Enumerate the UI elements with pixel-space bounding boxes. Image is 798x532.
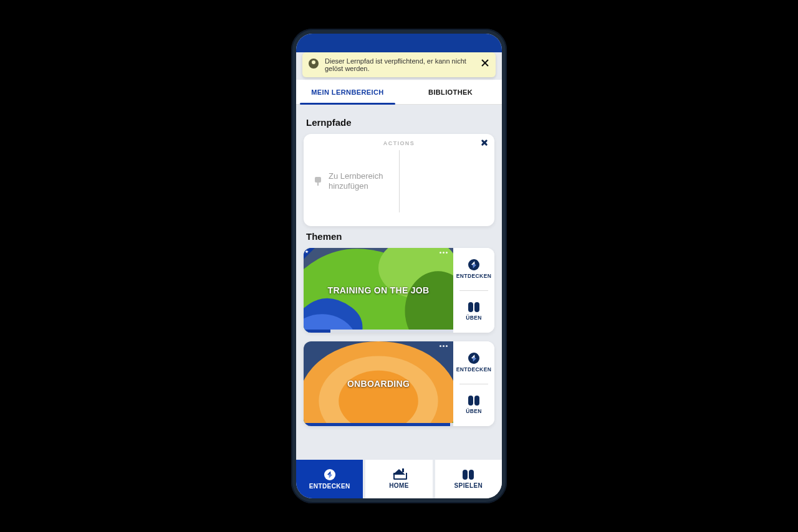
theme-title: ONBOARDING <box>304 341 453 426</box>
action-add-to-area[interactable]: Zu Lernbereich hinzufügen <box>310 171 399 192</box>
tab-mein-lernbereich[interactable]: MEIN LERNBEREICH <box>296 80 399 104</box>
theme-title: TRAINING ON THE JOB <box>304 248 453 333</box>
theme-hero[interactable]: TRAINING ON THE JOB <box>304 248 453 333</box>
tab-label: MEIN LERNBEREICH <box>311 88 383 96</box>
tab-bibliothek[interactable]: BIBLIOTHEK <box>399 80 502 104</box>
compass-icon <box>468 259 479 270</box>
top-tabs: MEIN LERNBEREICH BIBLIOTHEK <box>296 80 502 105</box>
close-icon[interactable] <box>479 138 489 148</box>
brain-icon <box>463 470 474 480</box>
status-bar <box>296 34 502 52</box>
close-icon[interactable] <box>479 57 491 69</box>
brain-icon <box>468 396 479 406</box>
progress-bar <box>304 330 453 333</box>
nav-spielen[interactable]: SPIELEN <box>435 460 502 498</box>
phone-frame: Dieser Lernpfad ist verpflichtend, er ka… <box>291 29 507 503</box>
nav-home[interactable]: HOME <box>365 460 432 498</box>
content-scroll[interactable]: Lernpfade ACTIONS Zu Lernbereich hinzufü… <box>296 105 502 460</box>
nav-entdecken[interactable]: ENTDECKEN <box>296 460 363 498</box>
app-screen: Dieser Lernpfad ist verpflichtend, er ka… <box>296 34 502 498</box>
progress-bar <box>304 423 453 426</box>
info-toast: Dieser Lernpfad ist verpflichtend, er ka… <box>302 52 496 77</box>
section-title-lernpfade: Lernpfade <box>306 117 492 128</box>
button-label: ÜBEN <box>466 408 482 414</box>
action-label: Zu Lernbereich hinzufügen <box>329 171 395 192</box>
ueben-button[interactable]: ÜBEN <box>459 290 488 333</box>
brain-icon <box>468 302 479 312</box>
nav-label: SPIELEN <box>454 482 483 489</box>
ueben-button[interactable]: ÜBEN <box>459 384 488 427</box>
toast-text: Dieser Lernpfad ist verpflichtend, er ka… <box>325 57 474 72</box>
theme-side-actions: ENTDECKEN ÜBEN <box>453 248 494 333</box>
nav-label: ENTDECKEN <box>309 483 350 490</box>
compass-icon <box>468 353 479 364</box>
bottom-nav: ENTDECKEN HOME SPIELEN <box>296 460 502 498</box>
compass-icon <box>324 469 335 480</box>
theme-card: TRAINING ON THE JOB ENTDECKEN ÜBEN <box>304 248 494 333</box>
home-icon <box>393 470 405 480</box>
theme-side-actions: ENTDECKEN ÜBEN <box>453 341 494 426</box>
actions-card: ACTIONS Zu Lernbereich hinzufügen <box>304 134 494 226</box>
pin-icon <box>314 177 322 186</box>
lightbulb-icon <box>309 59 319 69</box>
divider <box>399 150 400 212</box>
tab-label: BIBLIOTHEK <box>428 88 473 96</box>
button-label: ENTDECKEN <box>456 366 492 373</box>
entdecken-button[interactable]: ENTDECKEN <box>453 248 494 290</box>
entdecken-button[interactable]: ENTDECKEN <box>453 341 494 384</box>
button-label: ENTDECKEN <box>456 273 492 279</box>
actions-header: ACTIONS <box>310 138 488 150</box>
nav-label: HOME <box>389 482 409 489</box>
theme-card: ONBOARDING ENTDECKEN ÜBEN <box>304 341 494 426</box>
section-title-themen: Themen <box>306 231 492 242</box>
button-label: ÜBEN <box>466 315 482 321</box>
theme-hero[interactable]: ONBOARDING <box>304 341 453 426</box>
